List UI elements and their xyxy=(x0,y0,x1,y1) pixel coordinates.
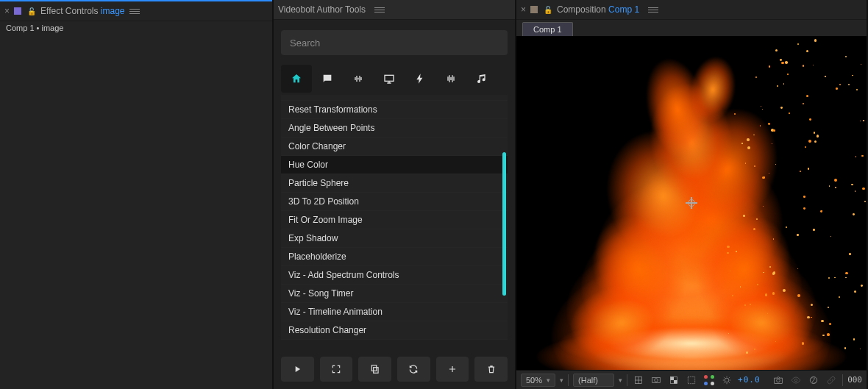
composition-viewer[interactable] xyxy=(516,36,867,370)
search-container xyxy=(281,30,508,55)
svg-rect-7 xyxy=(674,380,677,384)
chevron-down-icon[interactable]: ▾ xyxy=(560,376,563,384)
tool-tabs xyxy=(281,64,508,93)
list-item[interactable]: 3D To 2D Position xyxy=(281,193,508,211)
plus-icon xyxy=(447,364,458,374)
refresh-button[interactable] xyxy=(397,357,430,382)
tab-bolt[interactable] xyxy=(405,65,435,93)
transparency-toggle[interactable] xyxy=(667,374,680,387)
trash-icon xyxy=(486,364,497,374)
scrollbar-thumb[interactable] xyxy=(502,152,506,296)
action-row xyxy=(281,348,508,389)
list-item[interactable] xyxy=(281,95,508,101)
chevron-down-icon[interactable]: ▾ xyxy=(619,376,622,384)
bolt-icon xyxy=(414,73,426,85)
panel-menu-icon[interactable] xyxy=(648,6,658,14)
tools-list: Reset TransformationsAngle Between Point… xyxy=(281,95,508,348)
close-icon[interactable]: × xyxy=(521,4,526,15)
close-icon[interactable]: × xyxy=(4,6,10,16)
list-item[interactable]: Fit Or Zoom Image xyxy=(281,211,508,229)
list-item[interactable]: Viz - Add Spectrum Controls xyxy=(281,266,508,285)
list-item[interactable]: Particle Sphere xyxy=(281,174,508,193)
left-panel-header: × 🔓 Effect Controls image xyxy=(0,0,272,21)
camera-icon xyxy=(773,375,783,385)
panel-title-comp[interactable]: Comp 1 xyxy=(608,4,639,15)
exposure-value[interactable]: +0.0 xyxy=(738,375,761,385)
delete-button[interactable] xyxy=(474,357,508,382)
comp-color-swatch xyxy=(530,6,538,13)
svg-rect-1 xyxy=(373,368,377,374)
lock-icon[interactable]: 🔓 xyxy=(27,7,36,15)
zoom-select[interactable]: 50% ▾ xyxy=(521,374,555,387)
tab-viz[interactable] xyxy=(435,65,466,93)
panel-menu-icon[interactable] xyxy=(374,6,385,14)
panel-menu-icon[interactable] xyxy=(129,7,140,15)
comp-tabbar: Comp 1 xyxy=(516,20,867,36)
copy-button[interactable] xyxy=(358,357,391,382)
channel-toggle[interactable] xyxy=(702,374,716,387)
svg-point-10 xyxy=(725,378,729,382)
resolution-value: (Half) xyxy=(578,376,598,385)
panel-title-text: Effect Controls xyxy=(40,6,98,16)
view-snapshot-button[interactable] xyxy=(789,374,803,387)
svg-rect-6 xyxy=(670,376,674,380)
svg-rect-0 xyxy=(385,75,394,81)
refresh-icon xyxy=(408,364,419,374)
panel-title-layer[interactable]: image xyxy=(101,6,125,16)
right-panel-header: × 🔓 Composition Comp 1 xyxy=(516,0,867,20)
anchor-point-icon xyxy=(686,197,697,209)
breadcrumb: Comp 1 • image xyxy=(0,21,272,36)
grid-toggle[interactable] xyxy=(632,374,645,387)
middle-panel-header: Videobolt Author Tools xyxy=(274,0,515,20)
list-item[interactable]: Viz - Song Timer xyxy=(281,285,508,303)
list-item[interactable]: Resolution Changer xyxy=(281,321,508,340)
rgb-icon xyxy=(704,375,714,385)
svg-rect-2 xyxy=(371,365,376,371)
panel-title: Videobolt Author Tools xyxy=(278,4,366,15)
waveform-icon xyxy=(445,73,457,85)
timeline-link-button[interactable] xyxy=(825,374,838,387)
lock-icon[interactable]: 🔓 xyxy=(544,6,552,14)
separator xyxy=(627,374,627,386)
expand-button[interactable] xyxy=(320,357,353,382)
tab-music[interactable] xyxy=(466,65,497,93)
play-button[interactable] xyxy=(281,357,314,382)
svg-point-5 xyxy=(655,378,658,382)
panel-title: Effect Controls image xyxy=(40,6,125,16)
panel-title-text: Composition xyxy=(557,4,606,15)
frame-counter: 000 xyxy=(847,375,862,385)
list-item[interactable]: Viz - Timeline Animation xyxy=(281,303,508,321)
exposure-toggle[interactable] xyxy=(720,374,733,387)
resolution-select[interactable]: (Half) xyxy=(573,374,614,387)
fast-preview-button[interactable] xyxy=(807,374,820,387)
snapshot-button[interactable] xyxy=(772,374,785,387)
tab-home[interactable] xyxy=(281,65,312,93)
comp-tab-label: Comp 1 xyxy=(533,25,562,34)
aperture-icon xyxy=(808,375,819,385)
home-icon xyxy=(291,73,302,85)
region-icon xyxy=(686,375,697,385)
tab-audio[interactable] xyxy=(343,65,374,93)
list-item[interactable]: Hue Color xyxy=(281,156,508,174)
exposure-icon xyxy=(722,375,732,385)
separator xyxy=(568,374,569,386)
link-icon xyxy=(826,375,836,385)
svg-point-13 xyxy=(794,379,797,382)
list-item[interactable]: Reset Transformations xyxy=(281,101,508,119)
list-item[interactable]: Placeholderize xyxy=(281,248,508,266)
music-icon xyxy=(476,73,488,85)
list-item[interactable]: Angle Between Points xyxy=(281,119,508,138)
tab-display[interactable] xyxy=(374,65,405,93)
grid-icon xyxy=(633,375,644,385)
comp-tab[interactable]: Comp 1 xyxy=(522,22,573,36)
list-item[interactable]: Color Changer xyxy=(281,138,508,156)
mask-toggle[interactable] xyxy=(650,374,663,387)
tab-chat[interactable] xyxy=(312,65,343,93)
region-toggle[interactable] xyxy=(685,374,698,387)
list-item[interactable]: Exp Shadow xyxy=(281,229,508,248)
layer-color-swatch xyxy=(14,7,21,15)
panel-title: Composition Comp 1 xyxy=(557,4,639,15)
eye-icon xyxy=(791,375,801,385)
add-button[interactable] xyxy=(436,357,469,382)
search-input[interactable] xyxy=(281,30,508,55)
